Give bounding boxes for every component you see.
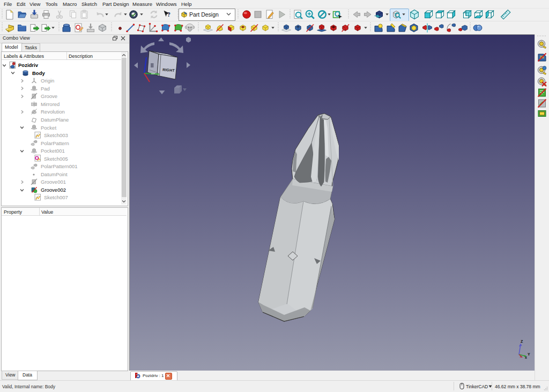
svg-text:?: ? bbox=[167, 11, 170, 18]
svg-text:Y: Y bbox=[528, 352, 530, 356]
svg-text:x: x bbox=[525, 356, 527, 359]
svg-text:Z: Z bbox=[521, 340, 523, 343]
